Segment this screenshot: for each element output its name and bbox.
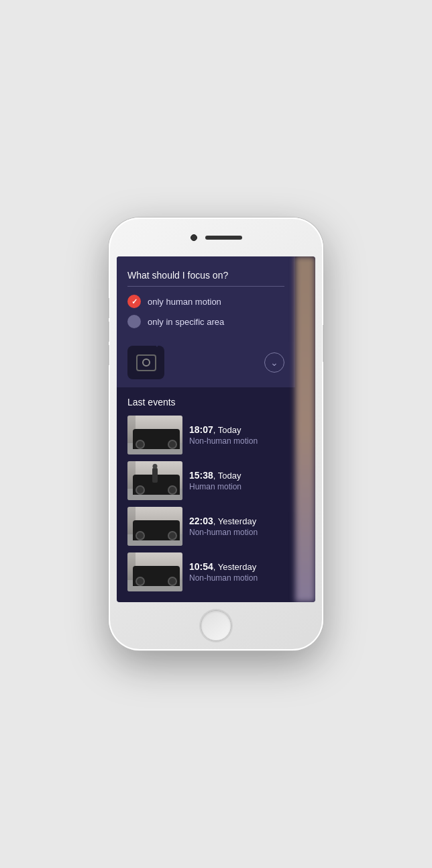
camera-lens-icon [142,358,150,367]
event-time-suffix-1: , Today [213,425,241,435]
option-specific-area[interactable]: only in specific area [127,315,284,328]
event-time-4: 10:54, Yesterday [189,561,284,572]
event-thumbnail-2 [127,461,182,500]
phone-screen: What should I focus on? only human motio… [117,256,315,602]
event-time-bold-4: 10:54 [189,561,213,572]
expand-button[interactable]: ⌄ [264,352,284,373]
event-thumbnail-1 [127,416,182,454]
events-section: Last events [117,387,295,598]
option-specific-area-label: only in specific area [148,317,224,327]
event-item-3[interactable]: 22:03, Yesterday Non-human motion [127,507,284,546]
radio-checked-icon[interactable] [127,295,141,308]
focus-question: What should I focus on? [127,270,284,281]
event-type-3: Non-human motion [189,528,284,537]
event-time-3: 22:03, Yesterday [189,516,284,526]
event-time-suffix-2: , Today [213,471,241,481]
phone-top-bar [109,218,323,258]
event-type-2: Human motion [189,482,284,491]
event-type-4: Non-human motion [189,573,284,583]
event-time-bold-2: 15:38 [189,470,213,481]
event-thumbnail-3 [127,507,182,546]
event-thumbnail-4 [127,552,182,591]
chevron-down-icon: ⌄ [270,357,278,368]
speech-pointer [150,339,164,347]
event-time-suffix-4: , Yesterday [213,562,256,572]
screen-side-blur [295,256,315,602]
option-human-motion[interactable]: only human motion [127,295,284,308]
home-button[interactable] [201,610,231,641]
event-info-4: 10:54, Yesterday Non-human motion [189,561,284,583]
camera-device-icon [127,346,164,379]
focus-panel: What should I focus on? only human motio… [117,256,295,339]
event-time-2: 15:38, Today [189,470,284,481]
radio-unchecked-icon[interactable] [127,315,141,328]
events-title: Last events [127,397,284,407]
screen-main: What should I focus on? only human motio… [117,256,295,602]
event-item[interactable]: 18:07, Today Non-human motion [127,416,284,454]
event-time-bold-1: 18:07 [189,424,213,435]
phone-power-button [323,325,323,362]
front-camera [191,234,197,241]
focus-options: only human motion only in specific area [127,295,284,339]
event-time-suffix-3: , Yesterday [213,516,256,526]
event-info-3: 22:03, Yesterday Non-human motion [189,516,284,537]
camera-body [136,354,156,371]
event-time-1: 18:07, Today [189,424,284,435]
option-human-motion-label: only human motion [148,297,221,307]
camera-area: ⌄ [117,339,295,387]
phone-frame: What should I focus on? only human motio… [109,218,323,650]
event-item-4[interactable]: 10:54, Yesterday Non-human motion [127,552,284,591]
phone-speaker [205,236,242,240]
phone-side-buttons [109,298,109,318]
event-item-2[interactable]: 15:38, Today Human motion [127,461,284,500]
event-info-2: 15:38, Today Human motion [189,470,284,491]
event-info-1: 18:07, Today Non-human motion [189,424,284,446]
focus-divider [127,286,284,287]
event-time-bold-3: 22:03 [189,516,213,526]
event-type-1: Non-human motion [189,436,284,446]
